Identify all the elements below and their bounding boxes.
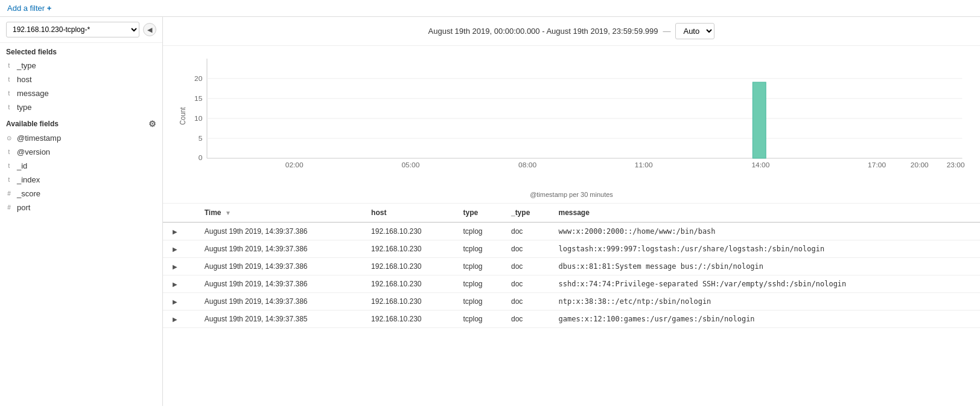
table-header-row: Time ▼ host type _type message [163,204,980,222]
row-expand-cell: ▶ [163,240,197,258]
sidebar: 192.168.10.230-tcplog-* ◀ Selected field… [0,17,163,406]
field-type-badge: t [6,76,12,83]
row-expand-cell: ▶ [163,293,197,311]
row-host: 192.168.10.230 [364,275,456,293]
row-_type: doc [504,222,552,240]
field-name: @timestamp [17,134,61,143]
selected-fields-header: Selected fields [0,43,162,59]
row-_type: doc [504,275,552,293]
row-time: August 19th 2019, 14:39:37.385 [197,311,364,328]
field-type-badge: ⊙ [6,135,12,141]
selected-fields-label: Selected fields [6,48,57,56]
table-row: ▶ August 19th 2019, 14:39:37.386 192.168… [163,293,980,311]
table-row: ▶ August 19th 2019, 14:39:37.386 192.168… [163,240,980,258]
available-field-item[interactable]: t@version [0,145,162,159]
results-table: Time ▼ host type _type message ▶ August … [163,204,980,328]
col-host: host [364,204,456,222]
row-time: August 19th 2019, 14:39:37.386 [197,275,364,293]
selected-field-item[interactable]: ttype [0,100,162,114]
row-type: tcplog [456,222,503,240]
row-_type: doc [504,293,552,311]
available-field-item[interactable]: #port [0,201,162,214]
expand-button[interactable]: ▶ [170,227,180,236]
add-filter-link[interactable]: Add a filter + [7,4,51,13]
field-type-badge: t [6,176,12,183]
svg-text:Count: Count [179,107,186,125]
svg-text:0: 0 [199,154,203,161]
svg-text:20:00: 20:00 [911,161,929,168]
row-_type: doc [504,258,552,275]
index-selector: 192.168.10.230-tcplog-* ◀ [0,17,162,43]
field-name: host [17,75,32,84]
back-button[interactable]: ◀ [143,23,156,36]
expand-button[interactable]: ▶ [170,297,180,306]
row-expand-cell: ▶ [163,311,197,328]
row-host: 192.168.10.230 [364,222,456,240]
table-row: ▶ August 19th 2019, 14:39:37.386 192.168… [163,275,980,293]
col-_type: _type [504,204,552,222]
main-content: August 19th 2019, 00:00:00.000 - August … [163,17,980,406]
sort-arrow: ▼ [225,210,231,216]
time-header: August 19th 2019, 00:00:00.000 - August … [163,17,980,46]
svg-text:08:00: 08:00 [518,161,536,168]
selected-field-item[interactable]: thost [0,72,162,86]
chart-container: 0 5 10 15 20 Count 02:00 [163,46,980,204]
selected-field-item[interactable]: tmessage [0,86,162,100]
field-type-badge: t [6,90,12,97]
field-type-badge: # [6,204,12,211]
row-expand-cell: ▶ [163,222,197,240]
svg-text:15: 15 [194,95,202,101]
chart-bar [752,82,766,158]
available-fields-header: Available fields ⚙ [0,114,162,131]
row-_type: doc [504,311,552,328]
row-expand-cell: ▶ [163,275,197,293]
selected-field-item[interactable]: t_type [0,59,162,72]
row-type: tcplog [456,293,503,311]
expand-button[interactable]: ▶ [170,280,180,289]
main-layout: 192.168.10.230-tcplog-* ◀ Selected field… [0,17,980,406]
row-expand-cell: ▶ [163,258,197,275]
field-name: _type [17,61,36,70]
field-name: _id [17,161,27,170]
row-type: tcplog [456,275,503,293]
expand-button[interactable]: ▶ [170,245,180,254]
available-field-item[interactable]: t_index [0,173,162,187]
table-row: ▶ August 19th 2019, 14:39:37.385 192.168… [163,311,980,328]
svg-text:10: 10 [194,115,202,121]
row-host: 192.168.10.230 [364,293,456,311]
table-body: ▶ August 19th 2019, 14:39:37.386 192.168… [163,222,980,328]
svg-text:14:00: 14:00 [751,161,769,168]
row-time: August 19th 2019, 14:39:37.386 [197,240,364,258]
col-message: message [551,204,980,222]
field-name: message [17,89,49,98]
index-dropdown[interactable]: 192.168.10.230-tcplog-* [6,22,139,37]
row-time: August 19th 2019, 14:39:37.386 [197,293,364,311]
svg-text:23:00: 23:00 [947,161,965,168]
row-host: 192.168.10.230 [364,311,456,328]
field-type-badge: t [6,163,12,169]
chart-x-label: @timestamp per 30 minutes [177,191,966,198]
col-time[interactable]: Time ▼ [197,204,364,222]
chart-area: 0 5 10 15 20 Count 02:00 [177,56,966,188]
table-row: ▶ August 19th 2019, 14:39:37.386 192.168… [163,222,980,240]
expand-button[interactable]: ▶ [170,262,180,271]
row-message: dbus:x:81:81:System message bus:/:/sbin/… [551,258,980,275]
add-filter-label: Add a filter [7,4,45,13]
available-field-item[interactable]: #_score [0,187,162,201]
auto-dropdown[interactable]: Auto [675,23,714,39]
row-message: ntp:x:38:38::/etc/ntp:/sbin/nologin [551,293,980,311]
available-field-item[interactable]: t_id [0,159,162,173]
expand-button[interactable]: ▶ [170,315,180,324]
field-type-badge: t [6,104,12,111]
field-type-badge: # [6,190,12,197]
row-type: tcplog [456,258,503,275]
row-host: 192.168.10.230 [364,258,456,275]
row-type: tcplog [456,311,503,328]
svg-text:11:00: 11:00 [635,161,653,168]
available-fields-label: Available fields [6,120,59,128]
gear-icon[interactable]: ⚙ [148,119,156,129]
available-field-item[interactable]: ⊙@timestamp [0,131,162,145]
dash: — [663,27,670,36]
table-header: Time ▼ host type _type message [163,204,980,222]
svg-text:5: 5 [199,135,203,141]
